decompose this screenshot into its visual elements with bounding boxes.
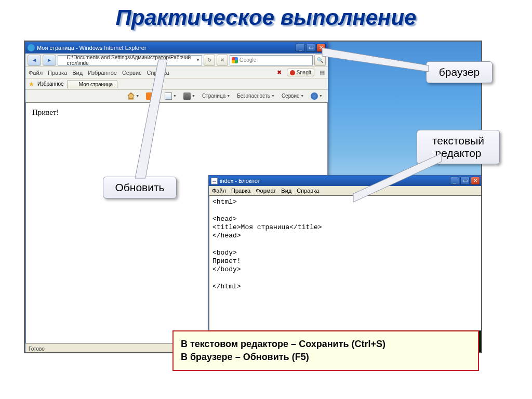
safety-menu-label: Безопасность (237, 93, 270, 99)
np-minimize-button[interactable]: _ (450, 177, 459, 185)
notepad-icon (211, 178, 218, 184)
notepad-title-text: index - Блокнот (220, 178, 260, 184)
instruction-line-1: В текстовом редакторе – Сохранить (Ctrl+… (181, 339, 471, 350)
menu-help[interactable]: Справка (147, 70, 169, 76)
search-go-button[interactable]: 🔍 (314, 55, 326, 66)
search-placeholder: Google (240, 57, 256, 63)
menu-file[interactable]: Файл (29, 70, 43, 76)
np-menu-view[interactable]: Вид (281, 188, 291, 194)
notepad-menu-bar: Файл Правка Формат Вид Справка (209, 186, 482, 195)
browser-menu-bar: Файл Правка Вид Избранное Сервис Справка… (25, 67, 328, 78)
forward-button[interactable]: ► (43, 55, 56, 66)
browser-titlebar[interactable]: Моя страница - Windows Internet Explorer… (25, 42, 328, 54)
menu-edit[interactable]: Правка (48, 70, 67, 76)
minimize-button[interactable]: _ (296, 44, 305, 52)
ie-icon (28, 44, 35, 51)
google-icon (232, 57, 238, 63)
x-icon[interactable]: ✖ (277, 69, 282, 76)
np-close-button[interactable]: ✕ (471, 177, 480, 185)
callout-refresh: Обновить (103, 177, 177, 198)
address-bar-row: ◄ ► C:\Documents and Settings\Администра… (25, 54, 328, 67)
star-icon[interactable]: ★ (29, 81, 34, 88)
callout-browser: браузер (426, 61, 493, 83)
callout-editor-text: текстовый редактор (432, 135, 484, 159)
menu-view[interactable]: Вид (72, 70, 83, 76)
snagit-icon (290, 70, 295, 75)
address-input[interactable]: C:\Documents and Settings\Администратор\… (58, 55, 202, 65)
instruction-line-2: В браузере – Обновить (F5) (181, 352, 471, 363)
browser-tab[interactable]: Моя страница (67, 80, 117, 88)
page-menu-label: Страница (202, 93, 225, 99)
address-dropdown-icon[interactable]: ▼ (196, 58, 200, 62)
mail-button[interactable]: ▼ (162, 91, 179, 101)
tools-menu-label: Сервис (282, 93, 299, 99)
notepad-window: index - Блокнот _ ▭ ✕ Файл Правка Формат… (208, 175, 482, 331)
address-text: C:\Documents and Settings\Администратор\… (66, 55, 194, 66)
instruction-box: В текстовом редакторе – Сохранить (Ctrl+… (172, 330, 479, 371)
browser-title-text: Моя страница - Windows Internet Explorer (37, 45, 147, 51)
np-menu-file[interactable]: Файл (212, 188, 226, 194)
help-icon (311, 92, 318, 100)
callout-refresh-text: Обновить (115, 181, 164, 193)
notepad-titlebar[interactable]: index - Блокнот _ ▭ ✕ (209, 176, 482, 186)
np-maximize-button[interactable]: ▭ (460, 177, 470, 185)
favorites-bar: ★ Избранное Моя страница (25, 78, 328, 90)
stop-button[interactable]: ✕ (217, 55, 228, 66)
print-button[interactable]: ▼ (181, 91, 198, 101)
page-icon (60, 57, 65, 63)
page-content: Привет! (32, 108, 59, 116)
np-menu-format[interactable]: Формат (256, 188, 276, 194)
mail-icon (165, 92, 172, 100)
tools-menu[interactable]: Сервис▼ (279, 92, 307, 100)
menu-favorites[interactable]: Избранное (88, 70, 117, 76)
maximize-button[interactable]: ▭ (306, 44, 315, 52)
np-menu-edit[interactable]: Правка (231, 188, 250, 194)
status-text: Готово (29, 346, 45, 352)
favorites-label[interactable]: Избранное (37, 81, 64, 87)
snagit-extra-icon[interactable]: ▦ (320, 69, 325, 76)
callout-editor: текстовый редактор (417, 130, 500, 164)
print-icon (183, 92, 191, 100)
tab-title: Моя страница (79, 82, 113, 87)
slide-title: Практическое выполнение (0, 5, 532, 30)
command-bar: ▼ ▼ ▼ ▼ Страница▼ Безопасность▼ Сервис▼ … (25, 90, 328, 102)
callout-browser-text: браузер (439, 66, 480, 78)
menu-tools[interactable]: Сервис (122, 70, 142, 76)
snagit-button[interactable]: Snagit (287, 69, 314, 76)
desktop-background: Моя страница - Windows Internet Explorer… (24, 41, 482, 353)
search-input[interactable]: Google (230, 55, 313, 65)
snagit-label: Snagit (297, 70, 311, 75)
help-button[interactable]: ▼ (308, 91, 325, 101)
page-menu[interactable]: Страница▼ (200, 92, 233, 100)
notepad-text-area[interactable]: <html> <head> <title>Моя страница</title… (209, 195, 482, 330)
np-menu-help[interactable]: Справка (297, 188, 319, 194)
home-button[interactable]: ▼ (125, 91, 142, 101)
safety-menu[interactable]: Безопасность▼ (234, 92, 277, 100)
back-button[interactable]: ◄ (28, 55, 41, 66)
feeds-button[interactable]: ▼ (143, 91, 161, 101)
refresh-button[interactable]: ↻ (204, 55, 215, 66)
rss-icon (146, 92, 153, 100)
close-button[interactable]: ✕ (316, 44, 326, 52)
home-icon (127, 92, 135, 100)
tab-favicon (72, 82, 77, 87)
